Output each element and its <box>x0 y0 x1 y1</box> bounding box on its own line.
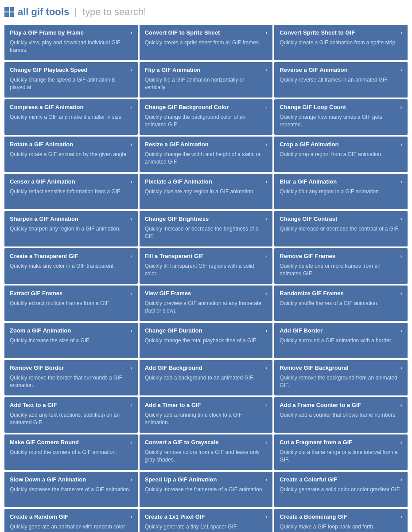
tool-card-desc: Quickly sharpen any region in a GIF anim… <box>10 225 132 233</box>
tool-card-desc: Quickly make a GIF loop back and forth. <box>280 523 402 531</box>
tool-card[interactable]: Pixelate a GIF Animation›Quickly pixelat… <box>140 174 273 209</box>
tool-card-desc: Quickly preview a GIF animation at any f… <box>145 300 268 315</box>
tool-card-arrow-icon: › <box>400 513 402 520</box>
tool-card-arrow-icon: › <box>130 513 132 520</box>
tool-card[interactable]: View GIF Frames›Quickly preview a GIF an… <box>140 286 273 321</box>
tool-card-desc: Quickly flip a GIF animation horizontall… <box>145 76 268 91</box>
tool-card[interactable]: Remove GIF Frames›Quickly delete one or … <box>274 248 408 284</box>
tool-card[interactable]: Change GIF Brightness›Quickly increase o… <box>140 211 273 246</box>
tool-card[interactable]: Change GIF Background Color›Quickly chan… <box>140 99 273 135</box>
tool-card[interactable]: Rotate a GIF Animation›Quickly rotate a … <box>4 137 138 172</box>
tool-card[interactable]: Extract GIF Frames›Quickly extract multi… <box>4 286 138 321</box>
tool-card-title: Change GIF Background Color <box>145 104 229 111</box>
tool-card-desc: Quickly add a background to an animated … <box>145 374 268 382</box>
tool-card-title: Create a Colorful GIF <box>280 476 337 484</box>
tool-card[interactable]: Create a 1x1 Pixel GIF›Quickly generate … <box>140 509 273 532</box>
tool-card-desc: Quickly remove the border that surrounds… <box>10 374 132 389</box>
tool-card[interactable]: Create a Transparent GIF›Quickly make an… <box>4 248 138 284</box>
tool-card[interactable]: Create a Colorful GIF›Quickly generate a… <box>274 472 408 507</box>
tool-card-desc: Quickly extract multiple frames from a G… <box>10 300 132 307</box>
tool-card[interactable]: Reverse a GIF Animation›Quickly reverse … <box>274 62 408 98</box>
tool-card-title: Remove GIF Background <box>280 364 348 372</box>
grid-icon <box>4 7 14 17</box>
tool-card-desc: Quickly increase or decrease the brightn… <box>145 225 268 240</box>
tool-card[interactable]: Add a Frame Counter to a GIF›Quickly add… <box>274 397 408 433</box>
tool-card[interactable]: Resize a GIF Animation›Quickly change th… <box>140 137 273 172</box>
tool-card-arrow-icon: › <box>130 439 132 446</box>
tool-card[interactable]: Change GIF Contrast›Quickly increase or … <box>274 211 408 246</box>
tool-card-desc: Quickly change how many times a GIF gets… <box>280 113 402 129</box>
tool-card[interactable]: Remove GIF Background›Quickly remove the… <box>274 360 408 395</box>
tool-card-title: Create a 1x1 Pixel GIF <box>145 513 205 521</box>
tool-card[interactable]: Censor a GIF Animation›Quickly redact se… <box>4 174 138 209</box>
tool-card-desc: Quickly change the background color of a… <box>145 113 268 129</box>
tool-card-title: Slow Down a GIF Animation <box>10 476 86 484</box>
tool-card-desc: Quickly generate a solid color or color … <box>280 486 402 493</box>
tool-card-desc: Quickly minify a GIF and make it smaller… <box>10 113 132 121</box>
tool-card[interactable]: Change GIF Duration›Quickly change the t… <box>140 323 273 358</box>
tool-card[interactable]: Create a Random GIF›Quickly generate an … <box>4 509 138 532</box>
tool-card[interactable]: Create a Boomerang GIF›Quickly make a GI… <box>274 509 408 532</box>
tool-card[interactable]: Change GIF Loop Count›Quickly change how… <box>274 99 408 135</box>
tool-card-title: Convert a GIF to Grayscale <box>145 439 219 446</box>
tool-card[interactable]: Compress a GIF Animation›Quickly minify … <box>4 99 138 135</box>
tool-card-arrow-icon: › <box>265 364 267 371</box>
tool-card[interactable]: Randomize GIF Frames›Quickly shuffle fra… <box>274 286 408 321</box>
tool-card-arrow-icon: › <box>130 253 132 259</box>
tool-card-title: Censor a GIF Animation <box>10 178 75 186</box>
tool-card-arrow-icon: › <box>265 66 267 73</box>
tool-card-desc: Quickly delete one or more frames from a… <box>280 262 402 278</box>
tool-card-desc: Quickly reverse all frames in an animate… <box>280 76 402 84</box>
tool-card-title: Add Text to a GIF <box>10 402 57 409</box>
tool-card-title: Zoom a GIF Animation <box>10 327 71 335</box>
tool-card-arrow-icon: › <box>265 476 267 483</box>
tool-card[interactable]: Add a Timer to a GIF›Quickly add a runni… <box>140 397 273 433</box>
tool-card[interactable]: Add Text to a GIF›Quickly add any text (… <box>4 397 138 433</box>
tool-card-arrow-icon: › <box>130 178 132 185</box>
tool-card[interactable]: Zoom a GIF Animation›Quickly increase th… <box>4 323 138 358</box>
tool-card-arrow-icon: › <box>400 290 402 297</box>
tool-card[interactable]: Remove GIF Border›Quickly remove the bor… <box>4 360 138 395</box>
tool-card-arrow-icon: › <box>130 402 132 408</box>
header-separator: | <box>74 6 77 18</box>
tool-card-desc: Quickly change the width and height of a… <box>145 151 268 166</box>
tool-card-title: Convert GIF to Sprite Sheet <box>145 29 220 37</box>
tool-card-title: Create a Transparent GIF <box>10 253 78 260</box>
tool-card-title: Remove GIF Frames <box>280 253 335 260</box>
tool-card[interactable]: Crop a GIF Animation›Quickly crop a regi… <box>274 137 408 172</box>
tool-card-arrow-icon: › <box>265 215 267 222</box>
tool-card-title: Change GIF Contrast <box>280 215 337 223</box>
tool-card-desc: Quickly generate a tiny 1x1 spacer GIF. <box>145 523 268 531</box>
tool-card-arrow-icon: › <box>265 402 267 408</box>
tool-card[interactable]: Fill a Transparent GIF›Quickly fill tran… <box>140 248 273 284</box>
tool-card-arrow-icon: › <box>400 66 402 73</box>
tool-card-title: Add a Timer to a GIF <box>145 402 201 409</box>
tool-card-arrow-icon: › <box>130 141 132 148</box>
tool-card[interactable]: Play a GIF Frame by Frame›Quickly view, … <box>4 25 138 60</box>
tool-card-desc: Quickly remove the background from an an… <box>280 374 402 389</box>
tool-card-arrow-icon: › <box>130 476 132 483</box>
tool-card[interactable]: Sharpen a GIF Animation›Quickly sharpen … <box>4 211 138 246</box>
tool-card[interactable]: Blur a GIF Animation›Quickly blur any re… <box>274 174 408 209</box>
tool-card-title: Create a Boomerang GIF <box>280 513 347 521</box>
tool-card[interactable]: Slow Down a GIF Animation›Quickly decrea… <box>4 472 138 507</box>
tool-card-arrow-icon: › <box>400 327 402 334</box>
tool-card[interactable]: Speed Up a GIF Animation›Quickly increas… <box>140 472 273 507</box>
tools-grid: Play a GIF Frame by Frame›Quickly view, … <box>4 25 408 532</box>
tool-card[interactable]: Add GIF Background›Quickly add a backgro… <box>140 360 273 395</box>
tool-card[interactable]: Flip a GIF Animation›Quickly flip a GIF … <box>140 62 273 98</box>
tool-card-arrow-icon: › <box>130 327 132 334</box>
tool-card[interactable]: Convert GIF to Sprite Sheet›Quickly crea… <box>140 25 273 60</box>
tool-card-arrow-icon: › <box>265 290 267 297</box>
tool-card-arrow-icon: › <box>400 476 402 483</box>
page-title: all gif tools <box>18 6 69 18</box>
tool-card[interactable]: Convert a GIF to Grayscale›Quickly remov… <box>140 434 273 470</box>
tool-card[interactable]: Add GIF Border›Quickly surround a GIF an… <box>274 323 408 358</box>
tool-card[interactable]: Make GIF Corners Round›Quickly round the… <box>4 434 138 470</box>
tool-card-title: Extract GIF Frames <box>10 290 62 297</box>
tool-card-title: Blur a GIF Animation <box>280 178 337 186</box>
tool-card[interactable]: Convert Sprite Sheet to GIF›Quickly crea… <box>274 25 408 60</box>
tool-card-title: Crop a GIF Animation <box>280 141 338 149</box>
tool-card[interactable]: Cut a Fragment from a GIF›Quickly cut a … <box>274 434 408 470</box>
tool-card[interactable]: Change GIF Playback Speed›Quickly change… <box>4 62 138 98</box>
